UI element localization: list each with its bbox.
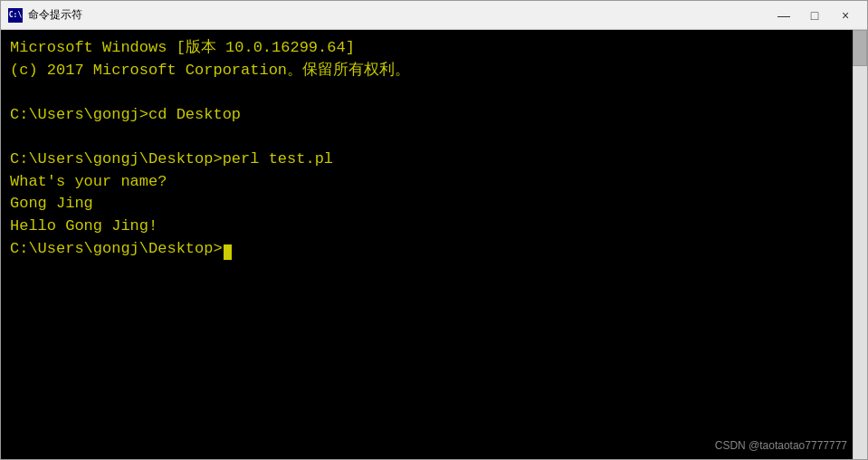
minimize-button[interactable]: — bbox=[769, 5, 798, 26]
title-bar: C:\ 命令提示符 — □ × bbox=[1, 1, 867, 30]
terminal-line: C:\Users\gongj>cd Desktop bbox=[10, 104, 858, 127]
terminal-line: (c) 2017 Microsoft Corporation。保留所有权利。 bbox=[10, 60, 858, 82]
cmd-icon: C:\ bbox=[8, 8, 23, 23]
terminal-line bbox=[10, 81, 858, 104]
terminal-line: What's your name? bbox=[10, 171, 858, 194]
cursor bbox=[224, 244, 232, 260]
terminal-line: C:\Users\gongj\Desktop> bbox=[10, 238, 858, 261]
terminal-line: Microsoft Windows [版本 10.0.16299.64] bbox=[10, 37, 858, 60]
title-bar-buttons: — □ × bbox=[769, 5, 860, 26]
scrollbar[interactable] bbox=[853, 30, 867, 459]
terminal-body[interactable]: Microsoft Windows [版本 10.0.16299.64](c) … bbox=[1, 30, 867, 459]
cmd-window: C:\ 命令提示符 — □ × Microsoft Windows [版本 10… bbox=[0, 0, 868, 460]
close-button[interactable]: × bbox=[831, 5, 860, 26]
title-bar-left: C:\ 命令提示符 bbox=[8, 7, 82, 23]
window-title: 命令提示符 bbox=[28, 7, 82, 23]
terminal-line: Gong Jing bbox=[10, 193, 858, 216]
terminal-line bbox=[10, 127, 858, 149]
watermark: CSDN @taotaotao7777777 bbox=[715, 439, 847, 452]
terminal-line: Hello Gong Jing! bbox=[10, 216, 858, 238]
maximize-button[interactable]: □ bbox=[800, 5, 829, 26]
terminal-line: C:\Users\gongj\Desktop>perl test.pl bbox=[10, 149, 858, 171]
scrollbar-thumb[interactable] bbox=[853, 30, 867, 66]
terminal-content: Microsoft Windows [版本 10.0.16299.64](c) … bbox=[10, 37, 858, 452]
